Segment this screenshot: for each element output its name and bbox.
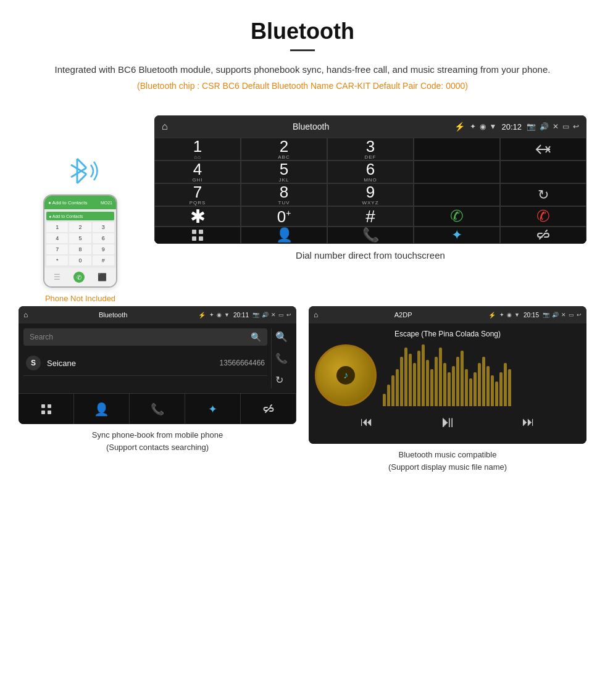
mu-bt-icon: ✦ bbox=[499, 312, 504, 318]
music-home-icon: ⌂ bbox=[314, 310, 318, 319]
pb-bt-icon: ✦ bbox=[209, 312, 214, 318]
search-placeholder: Search bbox=[30, 333, 53, 341]
phone-numpad: 1 2 3 4 5 6 7 8 9 * 0 # bbox=[46, 222, 114, 265]
call-action-icon[interactable]: 📞 bbox=[275, 352, 288, 364]
call-button[interactable]: ✆ bbox=[414, 206, 500, 227]
pb-right-icons: 📷 🔊 ✕ ▭ ↩ bbox=[252, 312, 291, 318]
viz-bar bbox=[456, 357, 459, 406]
viz-bar bbox=[474, 372, 477, 406]
viz-bar bbox=[443, 363, 446, 406]
viz-bar bbox=[465, 369, 468, 406]
phone-not-included-label: Phone Not Included bbox=[45, 294, 115, 303]
svg-rect-13 bbox=[48, 404, 51, 408]
phonebook-caption: Sync phone-book from mobile phone (Suppo… bbox=[19, 424, 296, 456]
right-status-icons: 📷 🔊 ✕ ▭ ↩ bbox=[527, 122, 579, 131]
svg-rect-11 bbox=[199, 236, 203, 241]
search-action-icon[interactable]: 🔍 bbox=[275, 331, 288, 343]
reload-button[interactable]: ↻ bbox=[500, 183, 586, 206]
viz-bar bbox=[417, 351, 420, 406]
dial-key-star[interactable]: ✱ bbox=[154, 206, 241, 227]
dial-screen: ⌂ Bluetooth ⚡ ✦ ◉ ▼ 20:12 📷 🔊 ✕ ▭ ↩ bbox=[154, 115, 586, 244]
music-body: Escape (The Pina Colada Song) ♪ ⏮ ⏯ ⏭ bbox=[309, 323, 586, 444]
pb-bottom-link[interactable] bbox=[241, 394, 296, 424]
play-pause-button[interactable]: ⏯ bbox=[440, 412, 456, 431]
svg-rect-8 bbox=[192, 230, 196, 234]
pb-rect-icon: ▭ bbox=[278, 312, 284, 318]
viz-bar bbox=[383, 394, 386, 406]
music-screen: ⌂ A2DP ⚡ ✦ ◉ ▼ 20:15 📷 🔊 ✕ ▭ ↩ bbox=[309, 306, 586, 444]
contact-number: 13566664466 bbox=[220, 359, 265, 367]
music-title: A2DP bbox=[322, 311, 485, 319]
reload-action-icon[interactable]: ↻ bbox=[275, 374, 288, 386]
svg-line-1 bbox=[77, 159, 86, 168]
viz-bar bbox=[495, 381, 498, 406]
bluetooth-specs: (Bluetooth chip : CSR BC6 Default Blueto… bbox=[37, 81, 568, 91]
pb-sig-icon: ▼ bbox=[224, 312, 230, 318]
mu-x-icon: ✕ bbox=[561, 312, 566, 318]
viz-bar bbox=[448, 372, 451, 406]
dial-bottom-link[interactable] bbox=[500, 227, 586, 244]
dial-key-hash[interactable]: # bbox=[327, 206, 414, 227]
music-caption-line2: (Support display music file name) bbox=[312, 461, 583, 473]
bottom-screenshots: ⌂ Bluetooth ⚡ ✦ ◉ ▼ 20:11 📷 🔊 ✕ ▭ ↩ bbox=[0, 306, 605, 476]
pb-back-icon: ↩ bbox=[286, 312, 291, 318]
pb-bottom-grid[interactable] bbox=[19, 394, 74, 424]
page-description: Integrated with BC6 Bluetooth module, su… bbox=[37, 62, 568, 77]
dial-bottom-person[interactable]: 👤 bbox=[241, 227, 327, 244]
viz-bar bbox=[491, 375, 494, 406]
skip-forward-button[interactable]: ⏭ bbox=[522, 415, 535, 429]
viz-bar bbox=[452, 366, 455, 406]
phonebook-bottom-bar: 👤 📞 ✦ bbox=[19, 393, 296, 424]
bluetooth-music-icon: ♪ bbox=[343, 370, 348, 381]
back-icon: ↩ bbox=[573, 122, 579, 131]
empty-5 bbox=[500, 160, 586, 183]
phonebook-home-icon: ⌂ bbox=[23, 310, 28, 319]
dial-key-5[interactable]: 5 JKL bbox=[241, 160, 327, 183]
phonebook-caption-line2: (Support contacts searching) bbox=[22, 441, 293, 454]
dial-bottom-phone[interactable]: 📞 bbox=[327, 227, 414, 244]
dial-key-7[interactable]: 7 PQRS bbox=[154, 183, 241, 206]
viz-bar bbox=[430, 369, 433, 406]
pb-bottom-bluetooth[interactable]: ✦ bbox=[185, 394, 241, 424]
mu-usb-icon: ⚡ bbox=[488, 312, 496, 319]
contact-avatar: S bbox=[26, 356, 41, 370]
mu-cam-icon: 📷 bbox=[543, 312, 549, 318]
music-status-bar: ⌂ A2DP ⚡ ✦ ◉ ▼ 20:15 📷 🔊 ✕ ▭ ↩ bbox=[309, 306, 586, 323]
svg-rect-10 bbox=[192, 236, 196, 241]
page-title: Bluetooth bbox=[37, 19, 568, 44]
dial-bottom-grid[interactable] bbox=[154, 227, 241, 244]
viz-bar bbox=[469, 378, 472, 406]
pb-bottom-phone[interactable]: 📞 bbox=[130, 394, 185, 424]
end-call-button[interactable]: ✆ bbox=[500, 206, 586, 227]
title-divider bbox=[290, 49, 315, 51]
phonebook-search-bar[interactable]: Search 🔍 bbox=[23, 328, 267, 346]
viz-bar bbox=[387, 385, 390, 406]
empty-4 bbox=[414, 160, 500, 183]
volume-icon: 🔊 bbox=[540, 122, 549, 131]
dial-key-6[interactable]: 6 MNO bbox=[327, 160, 414, 183]
svg-rect-15 bbox=[48, 410, 51, 414]
empty-6 bbox=[414, 183, 500, 206]
backspace-button[interactable] bbox=[500, 138, 586, 160]
dial-key-0[interactable]: 0+ bbox=[241, 206, 327, 227]
phonebook-contact-row[interactable]: S Seicane 13566664466 bbox=[23, 351, 267, 376]
viz-bar bbox=[391, 375, 394, 406]
pb-usb-icon: ⚡ bbox=[198, 312, 206, 319]
dial-key-3[interactable]: 3 DEF bbox=[327, 138, 414, 160]
dial-bottom-bluetooth[interactable]: ✦ bbox=[414, 227, 500, 244]
svg-rect-12 bbox=[41, 404, 45, 408]
dial-key-8[interactable]: 8 TUV bbox=[241, 183, 327, 206]
dial-key-1[interactable]: 1 ⌂⌂ bbox=[154, 138, 241, 160]
bluetooth-signal-icon bbox=[59, 152, 102, 190]
pb-bottom-person[interactable]: 👤 bbox=[74, 394, 130, 424]
pb-time: 20:11 bbox=[233, 312, 249, 319]
dial-key-9[interactable]: 9 WXYZ bbox=[327, 183, 414, 206]
dial-key-4[interactable]: 4 GHI bbox=[154, 160, 241, 183]
mu-right-icons: 📷 🔊 ✕ ▭ ↩ bbox=[543, 312, 582, 318]
music-visualizer bbox=[383, 344, 580, 406]
skip-back-button[interactable]: ⏮ bbox=[361, 415, 373, 429]
dial-key-2[interactable]: 2 ABC bbox=[241, 138, 327, 160]
mu-loc-icon: ◉ bbox=[507, 312, 512, 318]
pb-vol-icon: 🔊 bbox=[262, 312, 269, 318]
viz-bar bbox=[504, 363, 507, 406]
